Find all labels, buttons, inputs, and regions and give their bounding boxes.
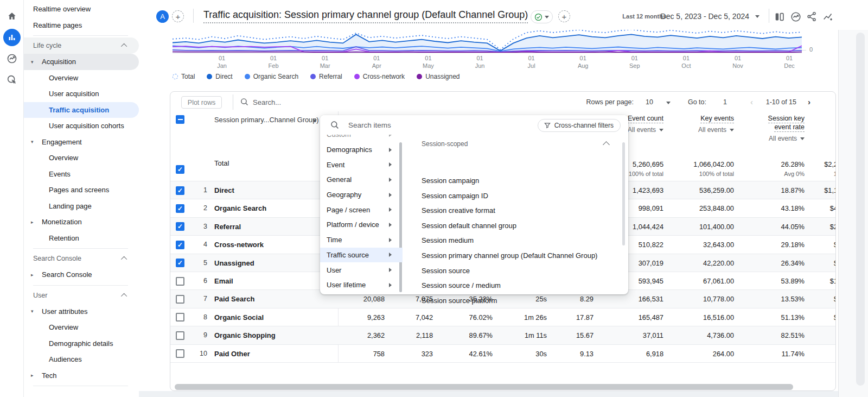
dimension-header[interactable]: Session primary...Channel Group)	[214, 116, 319, 124]
row-checkbox[interactable]	[176, 313, 184, 322]
share-icon[interactable]	[806, 11, 818, 23]
sidebar-section-search-console[interactable]: Search Console	[24, 250, 139, 267]
row-checkbox[interactable]	[176, 295, 184, 304]
sidebar-item-overview[interactable]: Overview	[24, 319, 139, 336]
select-all-checkbox[interactable]	[176, 115, 184, 124]
category-platform-device[interactable]: Platform / device	[320, 217, 403, 232]
category-page-screen[interactable]: Page / screen	[320, 202, 403, 217]
x-axis-line	[173, 53, 802, 53]
tick-month: Oct	[674, 62, 698, 70]
insights-icon[interactable]	[790, 11, 802, 23]
sidebar-item-user-attributes[interactable]: ▾User attributes	[24, 304, 139, 320]
sidebar-item-events[interactable]: Events	[24, 166, 139, 182]
table-row-organic-shopping[interactable]: 9Organic Shopping2,3622,11889.67%1m 11s1…	[170, 326, 836, 344]
dimension-item-session-campaign[interactable]: Session campaign	[422, 177, 479, 185]
cross-channel-filters-chip[interactable]: Cross-channel filters	[538, 119, 621, 132]
sidebar-item-realtime-overview[interactable]: Realtime overview	[24, 1, 139, 17]
category-event[interactable]: Event	[320, 157, 403, 172]
date-range-picker[interactable]: Dec 5, 2023 - Dec 5, 2024	[661, 12, 749, 21]
sidebar-item-engagement[interactable]: ▾Engagement	[24, 134, 139, 150]
sidebar-item-user-acquisition[interactable]: User acquisition	[24, 86, 139, 102]
row-checkbox[interactable]: ✓	[176, 222, 184, 231]
next-page-icon[interactable]: ›	[808, 97, 810, 106]
category-general[interactable]: General	[320, 172, 403, 187]
report-status-pill[interactable]	[531, 10, 553, 23]
sidebar-item-user-acquisition-cohorts[interactable]: User acquisition cohorts	[24, 118, 139, 134]
panel-scrollbar[interactable]	[622, 142, 625, 245]
dimension-item-session-source[interactable]: Session source	[422, 267, 470, 275]
row-checkbox[interactable]: ✓	[176, 241, 184, 249]
cell-revenue: $38,214.75	[749, 308, 836, 326]
sidebar-item-monetization[interactable]: ▸Monetization	[24, 214, 139, 230]
table-row-organic-social[interactable]: 8Organic Social9,2637,04276.02%1m 26s17.…	[170, 308, 836, 326]
rows-per-page-value[interactable]: 10	[646, 98, 653, 106]
sidebar-section-user[interactable]: User	[24, 287, 139, 304]
sidebar-item-overview[interactable]: Overview	[24, 70, 139, 86]
dimension-item-session-medium[interactable]: Session medium	[422, 236, 474, 244]
table-search-input[interactable]	[253, 96, 416, 108]
chevron-down-icon	[545, 16, 549, 18]
explore-icon[interactable]	[3, 50, 21, 67]
horizontal-scrollbar[interactable]	[175, 384, 793, 390]
comparison-icon[interactable]	[774, 11, 786, 23]
category-demographics[interactable]: Demographics	[320, 142, 403, 157]
row-checkbox[interactable]	[176, 331, 184, 340]
event-selector[interactable]: All events	[674, 135, 805, 142]
sidebar-item-traffic-acquisition[interactable]: Traffic acquisition	[24, 102, 139, 118]
category-traffic-source[interactable]: Traffic source	[320, 248, 403, 263]
add-comparison-button[interactable]: +	[172, 10, 184, 22]
table-row-paid-other[interactable]: 10Paid Other75832342.61%30s9.136,918264.…	[170, 345, 836, 363]
row-checkbox[interactable]: ✓	[176, 204, 184, 213]
sidebar-section-life-cycle[interactable]: Life cycle	[24, 37, 139, 54]
row-checkbox[interactable]	[176, 349, 184, 358]
dimension-item-session-default-channel-group[interactable]: Session default channel group	[422, 222, 516, 230]
sparkline-insights-icon[interactable]	[822, 11, 834, 23]
reports-icon[interactable]	[3, 29, 21, 46]
plot-rows-button[interactable]: Plot rows	[181, 96, 222, 109]
page-title[interactable]: Traffic acquisition: Session primary cha…	[203, 9, 528, 23]
sidebar-item-realtime-pages[interactable]: Realtime pages	[24, 17, 139, 34]
sidebar-item-label: Audiences	[49, 355, 82, 363]
collapse-section-icon[interactable]	[603, 141, 610, 148]
category-time[interactable]: Time	[320, 232, 403, 248]
avatar[interactable]: A	[156, 10, 169, 23]
category-geography[interactable]: Geography	[320, 187, 403, 203]
category-user[interactable]: User	[320, 262, 403, 278]
sidebar-item-audiences[interactable]: Audiences	[24, 351, 139, 368]
sidebar-item-label: Landing page	[49, 202, 92, 210]
sidebar-item-tech[interactable]: ▸Tech	[24, 368, 139, 384]
category-user-lifetime[interactable]: User lifetime	[320, 278, 403, 293]
dimension-item-session-source-medium[interactable]: Session source / medium	[422, 281, 501, 289]
legend-marker	[245, 74, 250, 79]
sidebar-item-retention[interactable]: Retention	[24, 230, 139, 247]
dimension-item-session-campaign-id[interactable]: Session campaign ID	[422, 192, 488, 200]
cell-revenue: $1,146,236.80	[749, 181, 836, 199]
sidebar-item-pages-and-screens[interactable]: Pages and screens	[24, 182, 139, 198]
line-chart-plot[interactable]	[173, 30, 802, 53]
sidebar-item-overview[interactable]: Overview	[24, 150, 139, 166]
dimension-item-session-source-platform[interactable]: Session source platform	[422, 297, 497, 305]
sidebar-item-search-console[interactable]: ▸Search Console	[24, 267, 139, 283]
goto-value[interactable]: 1	[723, 98, 727, 106]
column-header-session_key_event_rate[interactable]: Session keyevent rateAll events	[674, 115, 805, 142]
row-checkbox[interactable]: ✓	[176, 165, 184, 174]
page-scrollbar[interactable]	[856, 33, 865, 386]
dropdown-search-input[interactable]	[348, 119, 538, 131]
expander-down-icon: ▾	[31, 59, 34, 65]
expander-down-icon: ▾	[31, 139, 34, 144]
dimension-item-session-primary-channel-group-default-ch[interactable]: Session primary channel group (Default C…	[422, 251, 597, 260]
sidebar-item-acquisition[interactable]: ▾Acquisition	[24, 54, 139, 70]
row-checkbox[interactable]: ✓	[176, 186, 184, 195]
sidebar-item-landing-page[interactable]: Landing page	[24, 198, 139, 215]
prev-page-icon[interactable]: ‹	[750, 97, 753, 106]
add-report-tab-button[interactable]: +	[558, 10, 570, 22]
row-checkbox[interactable]: ✓	[176, 259, 184, 267]
advertising-icon[interactable]	[3, 71, 21, 89]
tick-month: Feb	[261, 62, 285, 70]
chevron-down-icon[interactable]	[666, 102, 671, 104]
home-icon[interactable]	[3, 8, 21, 25]
row-checkbox[interactable]	[176, 277, 184, 286]
dimension-item-session-creative-format[interactable]: Session creative format	[422, 206, 495, 215]
sidebar-item-demographic-details[interactable]: Demographic details	[24, 336, 139, 352]
sidebar-item-label: Monetization	[42, 218, 82, 226]
